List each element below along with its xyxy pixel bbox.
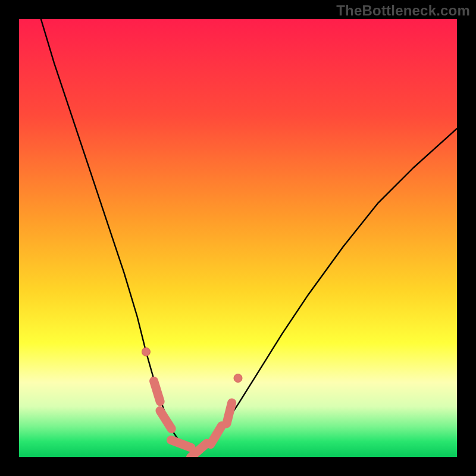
watermark-text: TheBottleneck.com xyxy=(336,2,470,19)
curve-marker-pill xyxy=(154,381,161,401)
gradient-background xyxy=(19,19,457,457)
chart-frame: TheBottleneck.com xyxy=(0,0,476,476)
curve-marker-pill xyxy=(227,403,232,424)
plot-area xyxy=(19,19,457,457)
curve-marker-dot xyxy=(142,347,150,356)
curve-marker-dot xyxy=(234,374,242,383)
plot-svg xyxy=(19,19,457,457)
